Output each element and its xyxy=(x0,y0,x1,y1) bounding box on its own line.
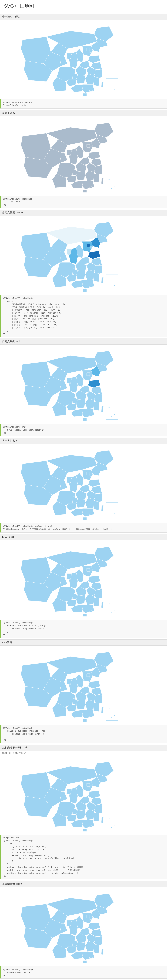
province-香港[interactable] xyxy=(91,514,92,515)
province-天津[interactable] xyxy=(90,375,92,377)
province-海南[interactable] xyxy=(83,614,87,617)
province-山东[interactable] xyxy=(88,923,100,930)
province-山东[interactable] xyxy=(88,56,100,63)
province-澳门[interactable] xyxy=(89,611,90,612)
province-江西[interactable] xyxy=(85,498,94,508)
province-北京[interactable] xyxy=(87,915,90,918)
province-北京[interactable] xyxy=(87,244,90,247)
province-湖南[interactable] xyxy=(76,75,85,84)
province-湖南[interactable] xyxy=(76,270,85,280)
province-海南[interactable] xyxy=(83,719,87,722)
province-贵州[interactable] xyxy=(67,705,76,712)
province-广东[interactable] xyxy=(82,409,94,417)
province-台湾[interactable] xyxy=(101,602,104,608)
province-澳门[interactable] xyxy=(89,716,90,717)
province-天津[interactable] xyxy=(90,917,92,920)
province-北京[interactable] xyxy=(87,48,90,51)
province-澳门[interactable] xyxy=(89,514,90,515)
province-香港[interactable] xyxy=(91,957,92,958)
province-海南[interactable] xyxy=(83,190,87,192)
province-广东[interactable] xyxy=(82,508,94,517)
province-福建[interactable] xyxy=(93,597,99,606)
province-湖南[interactable] xyxy=(76,595,85,604)
province-山东[interactable] xyxy=(88,791,100,798)
province-贵州[interactable] xyxy=(67,80,76,86)
province-贵州[interactable] xyxy=(67,404,76,410)
province-海南[interactable] xyxy=(83,961,87,963)
province-台湾[interactable] xyxy=(101,178,104,184)
province-海南[interactable] xyxy=(83,517,87,520)
province-广东[interactable] xyxy=(82,280,94,288)
province-天津[interactable] xyxy=(90,474,92,476)
province-北京[interactable] xyxy=(87,783,90,786)
province-香港[interactable] xyxy=(91,826,92,827)
province-天津[interactable] xyxy=(90,50,92,52)
province-江西[interactable] xyxy=(85,810,94,820)
province-天津[interactable] xyxy=(90,676,92,678)
province-江西[interactable] xyxy=(85,595,94,605)
province-广东[interactable] xyxy=(82,951,94,960)
province-澳门[interactable] xyxy=(89,415,90,416)
province-澳门[interactable] xyxy=(89,826,90,827)
province-北京[interactable] xyxy=(87,674,90,676)
province-广东[interactable] xyxy=(82,181,94,189)
province-江西[interactable] xyxy=(85,270,94,280)
province-天津[interactable] xyxy=(90,571,92,573)
province-海南[interactable] xyxy=(83,94,87,96)
province-江西[interactable] xyxy=(85,399,94,409)
province-湖南[interactable] xyxy=(76,499,85,508)
province-江西[interactable] xyxy=(85,700,94,710)
province-湖南[interactable] xyxy=(76,171,85,180)
province-贵州[interactable] xyxy=(67,176,76,183)
province-台湾[interactable] xyxy=(101,506,104,511)
province-广东[interactable] xyxy=(82,605,94,613)
province-贵州[interactable] xyxy=(67,275,76,282)
province-台湾[interactable] xyxy=(101,406,104,412)
province-福建[interactable] xyxy=(93,501,99,510)
province-山东[interactable] xyxy=(88,380,100,388)
province-北京[interactable] xyxy=(87,568,90,571)
province-天津[interactable] xyxy=(90,786,92,788)
province-福建[interactable] xyxy=(93,173,99,183)
province-天津[interactable] xyxy=(90,146,92,149)
province-湖南[interactable] xyxy=(76,810,85,819)
province-山东[interactable] xyxy=(88,576,100,583)
province-广东[interactable] xyxy=(82,84,94,93)
province-香港[interactable] xyxy=(91,716,92,717)
province-香港[interactable] xyxy=(91,415,92,416)
province-天津[interactable] xyxy=(90,246,92,248)
province-湖南[interactable] xyxy=(76,700,85,710)
province-香港[interactable] xyxy=(91,611,92,612)
province-北京[interactable] xyxy=(87,145,90,147)
province-山东[interactable] xyxy=(88,152,100,159)
province-山东[interactable] xyxy=(88,479,100,487)
province-山东[interactable] xyxy=(88,251,100,259)
province-江西[interactable] xyxy=(85,74,94,84)
province-澳门[interactable] xyxy=(89,286,90,287)
province-澳门[interactable] xyxy=(89,958,90,959)
province-广东[interactable] xyxy=(82,710,94,718)
province-台湾[interactable] xyxy=(101,817,104,823)
province-江西[interactable] xyxy=(85,170,94,181)
province-广东[interactable] xyxy=(82,820,94,828)
province-湖南[interactable] xyxy=(76,399,85,409)
province-山东[interactable] xyxy=(88,681,100,689)
province-北京[interactable] xyxy=(87,372,90,375)
province-湖南[interactable] xyxy=(76,942,85,951)
province-福建[interactable] xyxy=(93,813,99,821)
province-台湾[interactable] xyxy=(101,277,104,283)
province-福建[interactable] xyxy=(93,77,99,86)
province-贵州[interactable] xyxy=(67,815,76,821)
province-福建[interactable] xyxy=(93,273,99,282)
province-贵州[interactable] xyxy=(67,600,76,606)
province-海南[interactable] xyxy=(83,829,87,832)
province-海南[interactable] xyxy=(83,418,87,421)
province-福建[interactable] xyxy=(93,944,99,953)
province-海南[interactable] xyxy=(83,289,87,292)
province-贵州[interactable] xyxy=(67,503,76,510)
province-福建[interactable] xyxy=(93,402,99,410)
province-福建[interactable] xyxy=(93,703,99,712)
province-贵州[interactable] xyxy=(67,947,76,953)
province-北京[interactable] xyxy=(87,472,90,475)
province-台湾[interactable] xyxy=(101,707,104,713)
